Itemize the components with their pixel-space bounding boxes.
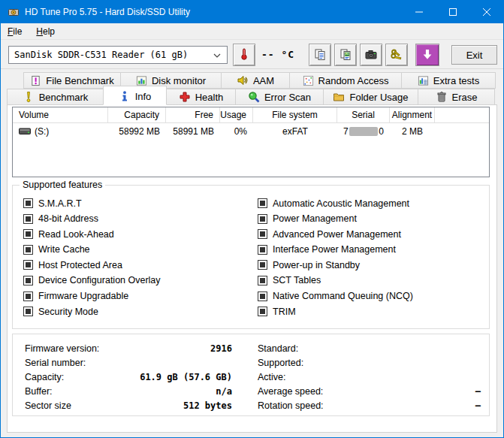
error-scan-icon [248, 91, 260, 103]
tab-random-access[interactable]: Random Access [289, 72, 402, 89]
feature-checkbox [23, 229, 33, 239]
tab-extra-tests[interactable]: Extra tests [401, 72, 496, 89]
column-header-label: Volume [19, 110, 49, 120]
cell-file-system: exFAT [253, 126, 337, 137]
tab-folder-usage[interactable]: Folder Usage [323, 89, 418, 105]
tab-label: Info [135, 91, 152, 102]
minimize-button[interactable] [402, 1, 436, 23]
column-header-label: File system [272, 110, 318, 120]
detail-label: Buffer: [25, 386, 53, 397]
detail-active: Active: [258, 370, 481, 384]
column-header-alignment[interactable]: Alignment [390, 107, 435, 122]
temperature-button[interactable] [233, 44, 255, 66]
info-tab-panel: VolumeCapacityFreeUsageFile systemSerial… [7, 104, 497, 433]
column-header-usage[interactable]: Usage [220, 107, 253, 122]
detail-label: Supported: [258, 358, 303, 368]
feature-automatic-acoustic-management: Automatic Acoustic Management [258, 198, 413, 208]
feature-native-command-queuing-ncq: Native Command Queuing (NCQ) [258, 291, 413, 301]
column-header-free[interactable]: Free [166, 107, 220, 122]
registration-button[interactable] [385, 44, 408, 66]
detail-supported: Supported: [258, 355, 481, 370]
tab-label: AAM [253, 75, 274, 86]
close-button[interactable] [469, 1, 503, 23]
cell-free: 58991 MB [166, 126, 220, 137]
drive-icon [19, 128, 31, 135]
file-benchmark-icon [30, 75, 41, 86]
drive-selector[interactable]: SanDisk SDDR-C531 Reader (61 gB) [8, 46, 228, 64]
feature-checkbox [23, 245, 33, 255]
chevron-down-icon [213, 50, 221, 60]
feature-label: Interface Power Management [273, 244, 396, 255]
feature-checkbox [258, 291, 267, 301]
copy-text-button[interactable] [309, 44, 331, 66]
feature-checkbox [258, 276, 267, 285]
detail-label: Capacity: [25, 372, 64, 382]
feature-power-management: Power Management [258, 214, 413, 224]
exit-button[interactable]: Exit [451, 45, 497, 65]
feature-checkbox [23, 307, 33, 316]
erase-icon [436, 91, 448, 103]
tab-info[interactable]: Info [103, 86, 167, 105]
feature-checkbox [23, 214, 33, 224]
tab-erase[interactable]: Erase [418, 89, 495, 105]
tab-error-scan[interactable]: Error Scan [235, 89, 324, 105]
tab-benchmark[interactable]: Benchmark [7, 89, 104, 105]
menu-file[interactable]: File [8, 26, 22, 37]
aam-icon [237, 74, 249, 86]
drive-details-group: Firmware version:2916Serial number:Capac… [12, 334, 490, 416]
feature-checkbox [258, 260, 267, 270]
feature-checkbox [23, 276, 33, 285]
detail-label: Sector size [25, 400, 71, 411]
tab-health[interactable]: Health [166, 89, 236, 105]
tab-aam[interactable]: AAM [221, 72, 290, 89]
tab-label: Benchmark [39, 92, 89, 103]
menubar: FileHelp [1, 23, 503, 39]
tab-label: Folder Usage [349, 92, 408, 103]
feature-label: 48-bit Address [38, 213, 98, 224]
feature-label: SCT Tables [273, 275, 321, 285]
feature-label: Write Cache [38, 244, 90, 255]
column-header-volume[interactable]: Volume [13, 107, 108, 122]
cell-volume: (S:) [13, 126, 108, 137]
feature-checkbox [258, 214, 267, 224]
detail-label: Firmware version: [25, 343, 99, 354]
menu-help[interactable]: Help [36, 26, 55, 37]
column-header-file-system[interactable]: File system [253, 107, 337, 122]
screenshot-button[interactable] [360, 44, 382, 66]
feature-write-cache: Write Cache [23, 245, 161, 255]
detail-average-speed: Average speed:– [258, 385, 481, 399]
copy-image-button[interactable] [334, 44, 357, 66]
feature-checkbox [23, 291, 33, 301]
supported-features-label: Supported features [20, 180, 105, 190]
maximize-button[interactable] [436, 1, 469, 23]
feature-label: Host Protected Area [38, 260, 122, 270]
tab-label: Random Access [318, 75, 389, 86]
detail-value: – [475, 386, 481, 397]
detail-value: n/a [216, 386, 232, 397]
update-button[interactable] [415, 44, 439, 66]
health-icon [179, 91, 191, 103]
copy-text-icon [313, 48, 327, 62]
column-header-label: Serial [352, 110, 375, 120]
detail-value: 2916 [210, 343, 232, 354]
column-header-label: Alignment [392, 110, 432, 120]
detail-sector-size: Sector size512 bytes [25, 399, 232, 413]
column-header-label: Capacity [124, 110, 159, 120]
keys-icon [390, 48, 403, 62]
column-header-capacity[interactable]: Capacity [108, 107, 166, 122]
volume-row[interactable]: (S:)58992 MB58991 MB0%exFAT702 MB [13, 123, 489, 140]
volume-table: VolumeCapacityFreeUsageFile systemSerial… [12, 107, 490, 177]
cell-serial: 70 [337, 126, 390, 137]
detail-capacity: Capacity:61.9 gB (57.6 GB) [25, 370, 232, 384]
detail-label: Standard: [258, 343, 298, 354]
detail-standard: Standard: [258, 341, 481, 355]
feature-power-up-in-standby: Power-up in Standby [258, 260, 413, 270]
cell-usage: 0% [220, 126, 253, 137]
column-header-serial[interactable]: Serial [337, 107, 390, 122]
exit-button-label: Exit [466, 50, 483, 61]
temperature-readout: -- °C [261, 49, 294, 60]
app-window: HD Tune Pro 5.75 - Hard Disk/SSD Utility… [0, 0, 504, 438]
feature-read-look-ahead: Read Look-Ahead [23, 229, 161, 239]
window-title: HD Tune Pro 5.75 - Hard Disk/SSD Utility [25, 7, 402, 17]
drive-selector-value: SanDisk SDDR-C531 Reader (61 gB) [14, 50, 213, 60]
